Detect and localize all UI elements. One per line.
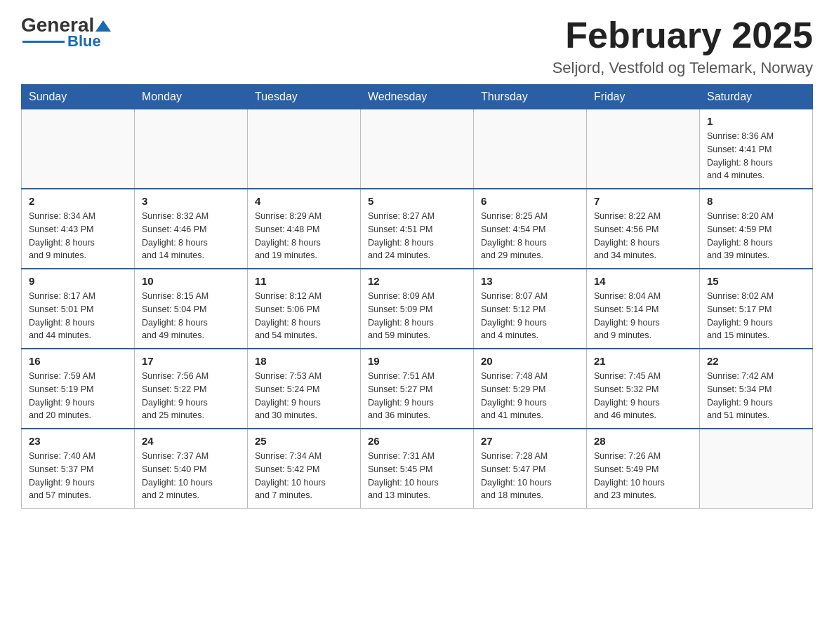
day-info: Sunrise: 8:09 AM Sunset: 5:09 PM Dayligh… [368, 290, 466, 342]
day-number: 2 [29, 195, 127, 207]
day-info: Sunrise: 8:17 AM Sunset: 5:01 PM Dayligh… [29, 290, 127, 342]
calendar-cell: 20Sunrise: 7:48 AM Sunset: 5:29 PM Dayli… [474, 349, 587, 429]
day-number: 28 [594, 435, 692, 447]
calendar-cell: 8Sunrise: 8:20 AM Sunset: 4:59 PM Daylig… [700, 189, 813, 269]
day-info: Sunrise: 8:25 AM Sunset: 4:54 PM Dayligh… [481, 210, 579, 262]
svg-marker-0 [95, 20, 111, 32]
calendar-cell [700, 429, 813, 509]
calendar-cell: 11Sunrise: 8:12 AM Sunset: 5:06 PM Dayli… [248, 269, 361, 349]
calendar-week-row: 9Sunrise: 8:17 AM Sunset: 5:01 PM Daylig… [22, 269, 813, 349]
calendar-cell: 10Sunrise: 8:15 AM Sunset: 5:04 PM Dayli… [135, 269, 248, 349]
calendar-cell: 4Sunrise: 8:29 AM Sunset: 4:48 PM Daylig… [248, 189, 361, 269]
day-number: 21 [594, 355, 692, 367]
day-info: Sunrise: 7:51 AM Sunset: 5:27 PM Dayligh… [368, 370, 466, 422]
day-info: Sunrise: 8:15 AM Sunset: 5:04 PM Dayligh… [142, 290, 240, 342]
day-number: 9 [29, 275, 127, 287]
calendar-cell: 26Sunrise: 7:31 AM Sunset: 5:45 PM Dayli… [361, 429, 474, 509]
day-info: Sunrise: 8:36 AM Sunset: 4:41 PM Dayligh… [707, 130, 805, 182]
day-info: Sunrise: 7:28 AM Sunset: 5:47 PM Dayligh… [481, 450, 579, 502]
day-number: 1 [707, 115, 805, 127]
calendar-cell: 23Sunrise: 7:40 AM Sunset: 5:37 PM Dayli… [22, 429, 135, 509]
day-info: Sunrise: 8:20 AM Sunset: 4:59 PM Dayligh… [707, 210, 805, 262]
day-info: Sunrise: 8:04 AM Sunset: 5:14 PM Dayligh… [594, 290, 692, 342]
weekday-header-row: SundayMondayTuesdayWednesdayThursdayFrid… [22, 85, 813, 109]
calendar-subtitle: Seljord, Vestfold og Telemark, Norway [552, 59, 813, 77]
calendar-week-row: 2Sunrise: 8:34 AM Sunset: 4:43 PM Daylig… [22, 189, 813, 269]
day-info: Sunrise: 8:29 AM Sunset: 4:48 PM Dayligh… [255, 210, 353, 262]
calendar-cell: 5Sunrise: 8:27 AM Sunset: 4:51 PM Daylig… [361, 189, 474, 269]
calendar-cell: 6Sunrise: 8:25 AM Sunset: 4:54 PM Daylig… [474, 189, 587, 269]
weekday-header-wednesday: Wednesday [361, 85, 474, 109]
day-number: 3 [142, 195, 240, 207]
calendar-cell: 9Sunrise: 8:17 AM Sunset: 5:01 PM Daylig… [22, 269, 135, 349]
calendar-cell: 14Sunrise: 8:04 AM Sunset: 5:14 PM Dayli… [587, 269, 700, 349]
day-info: Sunrise: 8:32 AM Sunset: 4:46 PM Dayligh… [142, 210, 240, 262]
day-number: 13 [481, 275, 579, 287]
calendar-cell [361, 109, 474, 189]
calendar-cell: 2Sunrise: 8:34 AM Sunset: 4:43 PM Daylig… [22, 189, 135, 269]
page-header: General Blue February 2025 Seljord, Vest… [21, 14, 813, 77]
calendar-cell [22, 109, 135, 189]
weekday-header-friday: Friday [587, 85, 700, 109]
calendar-cell: 3Sunrise: 8:32 AM Sunset: 4:46 PM Daylig… [135, 189, 248, 269]
day-number: 10 [142, 275, 240, 287]
logo: General Blue [21, 14, 112, 51]
day-info: Sunrise: 8:07 AM Sunset: 5:12 PM Dayligh… [481, 290, 579, 342]
calendar-cell [135, 109, 248, 189]
day-info: Sunrise: 8:27 AM Sunset: 4:51 PM Dayligh… [368, 210, 466, 262]
day-number: 8 [707, 195, 805, 207]
day-info: Sunrise: 7:37 AM Sunset: 5:40 PM Dayligh… [142, 450, 240, 502]
weekday-header-monday: Monday [135, 85, 248, 109]
calendar-cell: 27Sunrise: 7:28 AM Sunset: 5:47 PM Dayli… [474, 429, 587, 509]
calendar-cell: 12Sunrise: 8:09 AM Sunset: 5:09 PM Dayli… [361, 269, 474, 349]
day-info: Sunrise: 7:40 AM Sunset: 5:37 PM Dayligh… [29, 450, 127, 502]
weekday-header-saturday: Saturday [700, 85, 813, 109]
calendar-cell [474, 109, 587, 189]
weekday-header-sunday: Sunday [22, 85, 135, 109]
day-info: Sunrise: 8:12 AM Sunset: 5:06 PM Dayligh… [255, 290, 353, 342]
day-number: 23 [29, 435, 127, 447]
calendar-cell: 15Sunrise: 8:02 AM Sunset: 5:17 PM Dayli… [700, 269, 813, 349]
day-number: 11 [255, 275, 353, 287]
day-info: Sunrise: 7:45 AM Sunset: 5:32 PM Dayligh… [594, 370, 692, 422]
day-number: 4 [255, 195, 353, 207]
day-number: 14 [594, 275, 692, 287]
title-block: February 2025 Seljord, Vestfold og Telem… [552, 14, 813, 77]
day-info: Sunrise: 8:02 AM Sunset: 5:17 PM Dayligh… [707, 290, 805, 342]
day-info: Sunrise: 8:22 AM Sunset: 4:56 PM Dayligh… [594, 210, 692, 262]
day-number: 5 [368, 195, 466, 207]
calendar-cell: 18Sunrise: 7:53 AM Sunset: 5:24 PM Dayli… [248, 349, 361, 429]
day-number: 18 [255, 355, 353, 367]
day-info: Sunrise: 7:59 AM Sunset: 5:19 PM Dayligh… [29, 370, 127, 422]
calendar-cell: 28Sunrise: 7:26 AM Sunset: 5:49 PM Dayli… [587, 429, 700, 509]
day-number: 12 [368, 275, 466, 287]
day-info: Sunrise: 7:42 AM Sunset: 5:34 PM Dayligh… [707, 370, 805, 422]
day-number: 24 [142, 435, 240, 447]
day-info: Sunrise: 7:56 AM Sunset: 5:22 PM Dayligh… [142, 370, 240, 422]
weekday-header-tuesday: Tuesday [248, 85, 361, 109]
day-number: 17 [142, 355, 240, 367]
calendar-cell: 24Sunrise: 7:37 AM Sunset: 5:40 PM Dayli… [135, 429, 248, 509]
calendar-cell [248, 109, 361, 189]
day-info: Sunrise: 7:48 AM Sunset: 5:29 PM Dayligh… [481, 370, 579, 422]
day-info: Sunrise: 7:53 AM Sunset: 5:24 PM Dayligh… [255, 370, 353, 422]
calendar-cell: 16Sunrise: 7:59 AM Sunset: 5:19 PM Dayli… [22, 349, 135, 429]
day-number: 15 [707, 275, 805, 287]
calendar-cell: 1Sunrise: 8:36 AM Sunset: 4:41 PM Daylig… [700, 109, 813, 189]
calendar-week-row: 1Sunrise: 8:36 AM Sunset: 4:41 PM Daylig… [22, 109, 813, 189]
day-number: 26 [368, 435, 466, 447]
day-number: 22 [707, 355, 805, 367]
calendar-week-row: 23Sunrise: 7:40 AM Sunset: 5:37 PM Dayli… [22, 429, 813, 509]
calendar-title: February 2025 [552, 14, 813, 56]
weekday-header-thursday: Thursday [474, 85, 587, 109]
calendar-cell: 17Sunrise: 7:56 AM Sunset: 5:22 PM Dayli… [135, 349, 248, 429]
calendar-cell: 7Sunrise: 8:22 AM Sunset: 4:56 PM Daylig… [587, 189, 700, 269]
calendar-week-row: 16Sunrise: 7:59 AM Sunset: 5:19 PM Dayli… [22, 349, 813, 429]
day-number: 19 [368, 355, 466, 367]
calendar-cell: 21Sunrise: 7:45 AM Sunset: 5:32 PM Dayli… [587, 349, 700, 429]
day-number: 27 [481, 435, 579, 447]
day-info: Sunrise: 7:26 AM Sunset: 5:49 PM Dayligh… [594, 450, 692, 502]
day-info: Sunrise: 7:31 AM Sunset: 5:45 PM Dayligh… [368, 450, 466, 502]
calendar-cell [587, 109, 700, 189]
day-number: 20 [481, 355, 579, 367]
